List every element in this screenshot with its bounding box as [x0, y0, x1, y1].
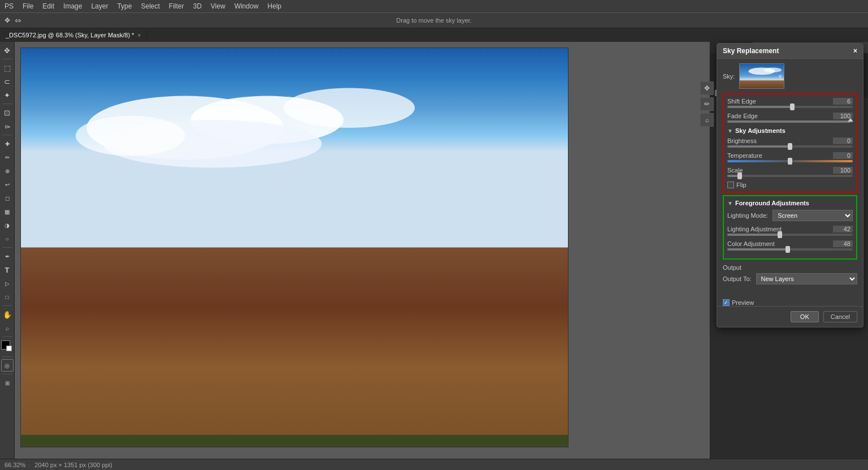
tool-separator-5 — [2, 305, 12, 306]
foreground-color[interactable] — [1, 340, 10, 350]
path-selection-tool[interactable]: ▷ — [1, 277, 14, 290]
scale-track[interactable] — [727, 175, 853, 177]
tool-separator-3 — [2, 135, 12, 135]
scale-thumb[interactable] — [737, 173, 742, 179]
cancel-button[interactable]: Cancel — [823, 311, 857, 322]
sky-thumbnail[interactable]: ▼ — [739, 63, 784, 89]
flip-row: Flip — [727, 182, 853, 188]
brightness-thumb[interactable] — [788, 143, 792, 150]
color-adjustment-header: Color Adjustment 48 — [727, 240, 853, 247]
color-adjustment-row: Color Adjustment 48 — [727, 240, 853, 251]
text-tool[interactable]: T — [1, 264, 14, 276]
screen-mode-tool[interactable]: ⊞ — [1, 377, 14, 389]
lighting-mode-select[interactable]: Screen Multiply Normal — [772, 210, 853, 221]
fade-edge-thumb[interactable] — [848, 118, 853, 122]
tab-title: _DSC5972.jpg @ 68.3% (Sky, Layer Mask/8)… — [6, 32, 134, 38]
move-tool[interactable]: ✥ — [1, 44, 14, 57]
hand-tool[interactable]: ✋ — [1, 308, 14, 321]
output-to-select[interactable]: New Layers Duplicate Layer Current Layer — [756, 273, 857, 284]
sky-brush-tool[interactable]: ✏ — [700, 97, 714, 111]
image-dimensions: 2040 px × 1351 px (300 ppi) — [34, 462, 112, 468]
sky-adjustments-section: Shift Edge 6 Fade Edge 100 — [723, 93, 857, 193]
sky-adjustments-title: Sky Adjustments — [735, 127, 785, 134]
svg-point-18 — [764, 67, 782, 72]
eyedropper-tool[interactable]: ⌲ — [1, 120, 14, 132]
canvas-image — [20, 48, 568, 447]
shift-edge-label: Shift Edge — [727, 98, 756, 105]
fade-edge-track[interactable] — [727, 120, 853, 123]
lighting-mode-label: Lighting Mode: — [727, 212, 768, 219]
menu-window[interactable]: Window — [235, 2, 259, 10]
lighting-adjustment-thumb[interactable] — [778, 231, 782, 238]
eraser-tool[interactable]: ◻ — [1, 192, 14, 204]
dialog-container: ✥ ✏ ⌕ Sky: — [717, 59, 863, 327]
lighting-adjustment-row: Lighting Adjustment 42 — [727, 226, 853, 236]
menu-layer[interactable]: Layer — [91, 2, 108, 10]
temperature-row: Temperature 0 — [727, 152, 853, 162]
ok-button[interactable]: OK — [791, 311, 819, 322]
sky-adjustments-header[interactable]: ▼ Sky Adjustments — [727, 127, 853, 134]
history-brush-tool[interactable]: ↩ — [1, 178, 14, 191]
rectangular-select-tool[interactable]: ⬚ — [1, 62, 14, 74]
foreground-adjustments-header[interactable]: ▼ Foreground Adjustments — [727, 200, 853, 206]
lighting-adjustment-track[interactable] — [727, 234, 853, 236]
status-text: Drag to move the sky layer. — [396, 12, 471, 28]
menu-help[interactable]: Help — [267, 2, 281, 10]
brightness-row: Brightness 0 — [727, 137, 853, 148]
svg-point-4 — [284, 88, 415, 128]
menu-edit[interactable]: Edit — [42, 2, 54, 10]
menu-image[interactable]: Image — [63, 2, 82, 10]
lasso-tool[interactable]: ⊂ — [1, 75, 14, 88]
lighting-adjustment-fill — [727, 234, 780, 236]
zoom-tool[interactable]: ⌕ — [1, 322, 14, 334]
brightness-track[interactable] — [727, 145, 853, 148]
crop-tool[interactable]: ⊡ — [1, 106, 14, 119]
output-heading: Output — [723, 264, 857, 271]
magic-wand-tool[interactable]: ✦ — [1, 89, 14, 101]
scale-value: 100 — [833, 167, 853, 174]
menu-select[interactable]: Select — [141, 2, 159, 10]
menu-view[interactable]: View — [211, 2, 225, 10]
tool-separator-2 — [2, 104, 12, 104]
color-adjustment-thumb[interactable] — [785, 246, 790, 253]
color-adjustment-label: Color Adjustment — [727, 240, 775, 247]
gradient-tool[interactable]: ▦ — [1, 205, 14, 218]
shape-tool[interactable]: □ — [1, 291, 14, 303]
preview-checkbox[interactable] — [723, 299, 730, 306]
tool-separator-7 — [2, 356, 12, 357]
blur-tool[interactable]: ◑ — [1, 219, 14, 231]
temperature-label: Temperature — [727, 152, 762, 159]
color-adjustment-track[interactable] — [727, 248, 853, 251]
dodge-tool[interactable]: ○ — [1, 232, 14, 245]
canvas-area — [15, 42, 710, 459]
menu-3d[interactable]: 3D — [193, 2, 201, 10]
quick-mask-tool[interactable]: ◎ — [1, 359, 14, 372]
shift-edge-track[interactable] — [727, 106, 853, 108]
brush-tool[interactable]: ✏ — [1, 151, 14, 163]
document-tab[interactable]: _DSC5972.jpg @ 68.3% (Sky, Layer Mask/8)… — [0, 28, 147, 42]
color-swatches[interactable] — [1, 340, 14, 353]
sky-replacement-dialog: Sky Replacement × ✥ ✏ ⌕ Sky: — [717, 43, 863, 327]
temperature-track[interactable] — [727, 160, 853, 162]
menu-type[interactable]: Type — [117, 2, 132, 10]
background-color[interactable] — [6, 346, 12, 351]
dialog-title: Sky Replacement — [723, 47, 779, 55]
menu-ps[interactable]: PS — [5, 2, 14, 10]
temperature-thumb[interactable] — [788, 158, 792, 165]
menu-filter[interactable]: Filter — [169, 2, 184, 10]
dialog-close-button[interactable]: × — [853, 47, 857, 55]
clone-tool[interactable]: ⊕ — [1, 165, 14, 177]
dialog-tools: ✥ ✏ ⌕ — [700, 81, 714, 127]
tool-separator-8 — [2, 374, 12, 374]
shift-edge-thumb[interactable] — [790, 104, 795, 110]
tool-separator-1 — [2, 59, 12, 59]
pen-tool[interactable]: ✒ — [1, 250, 14, 262]
tab-close-btn[interactable]: × — [137, 32, 141, 38]
sky-zoom-tool[interactable]: ⌕ — [700, 113, 714, 127]
sky-move-tool[interactable]: ✥ — [700, 81, 714, 95]
dialog-buttons: OK Cancel — [717, 306, 863, 327]
flip-checkbox[interactable] — [727, 182, 734, 188]
menu-file[interactable]: File — [23, 2, 33, 10]
sky-selector-label: Sky: — [723, 73, 735, 80]
healing-tool[interactable]: ✚ — [1, 137, 14, 150]
